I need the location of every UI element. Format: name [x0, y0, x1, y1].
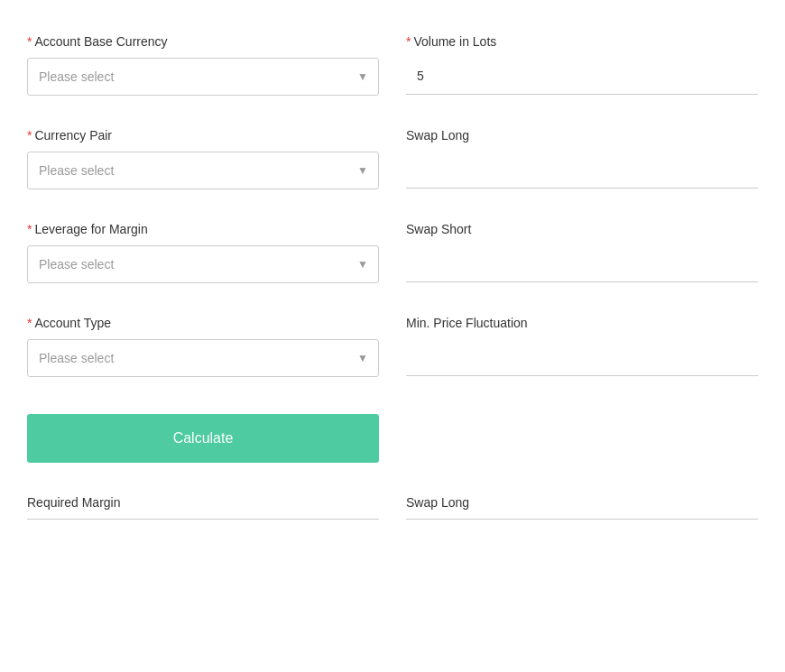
- account-base-currency-label: *Account Base Currency: [27, 34, 379, 49]
- min-price-fluctuation-label: Min. Price Fluctuation: [406, 316, 758, 330]
- account-base-currency-group: *Account Base Currency Please select USD…: [14, 18, 392, 112]
- currency-pair-label: *Currency Pair: [27, 128, 379, 143]
- swap-long-input[interactable]: [406, 152, 758, 189]
- leverage-for-margin-label: *Leverage for Margin: [27, 222, 379, 236]
- swap-short-label: Swap Short: [406, 222, 758, 236]
- account-base-currency-select-wrapper: Please select USD EUR GBP JPY AUD ▼: [27, 58, 379, 96]
- calculate-button[interactable]: Calculate: [27, 414, 379, 463]
- required-asterisk-5: *: [27, 316, 32, 330]
- required-margin-divider: [27, 519, 379, 520]
- swap-long-label: Swap Long: [406, 128, 758, 143]
- swap-long-result-group: Swap Long: [392, 479, 771, 536]
- account-type-select-wrapper: Please select Standard ECN VIP ▼: [27, 339, 379, 377]
- swap-long-result-divider: [406, 519, 758, 520]
- swap-short-input[interactable]: [406, 245, 758, 282]
- account-base-currency-select[interactable]: Please select USD EUR GBP JPY AUD: [27, 58, 379, 96]
- currency-pair-select-wrapper: Please select EUR/USD GBP/USD USD/JPY AU…: [27, 152, 379, 189]
- swap-long-group: Swap Long: [392, 112, 771, 206]
- volume-in-lots-input[interactable]: [406, 58, 758, 95]
- currency-pair-select[interactable]: Please select EUR/USD GBP/USD USD/JPY AU…: [27, 152, 379, 189]
- required-margin-result-label: Required Margin: [27, 495, 379, 510]
- currency-pair-group: *Currency Pair Please select EUR/USD GBP…: [14, 112, 392, 206]
- min-price-fluctuation-group: Min. Price Fluctuation: [392, 299, 771, 393]
- swap-short-group: Swap Short: [392, 206, 771, 299]
- required-asterisk-2: *: [406, 34, 411, 49]
- account-type-group: *Account Type Please select Standard ECN…: [14, 299, 392, 393]
- empty-right-cell: [392, 393, 771, 479]
- swap-long-result-label: Swap Long: [406, 495, 758, 510]
- required-asterisk: *: [27, 34, 32, 49]
- required-asterisk-3: *: [27, 128, 32, 143]
- volume-in-lots-label: *Volume in Lots: [406, 34, 758, 49]
- required-margin-result-group: Required Margin: [14, 479, 392, 536]
- leverage-for-margin-group: *Leverage for Margin Please select 1:10 …: [14, 206, 392, 299]
- required-asterisk-4: *: [27, 222, 32, 236]
- account-type-select[interactable]: Please select Standard ECN VIP: [27, 339, 379, 377]
- min-price-fluctuation-input[interactable]: [406, 339, 758, 376]
- calculate-button-group: Calculate: [14, 393, 392, 479]
- leverage-select[interactable]: Please select 1:10 1:50 1:100 1:200 1:50…: [27, 245, 379, 283]
- account-type-label: *Account Type: [27, 316, 379, 330]
- volume-in-lots-group: *Volume in Lots: [392, 18, 771, 112]
- leverage-select-wrapper: Please select 1:10 1:50 1:100 1:200 1:50…: [27, 245, 379, 283]
